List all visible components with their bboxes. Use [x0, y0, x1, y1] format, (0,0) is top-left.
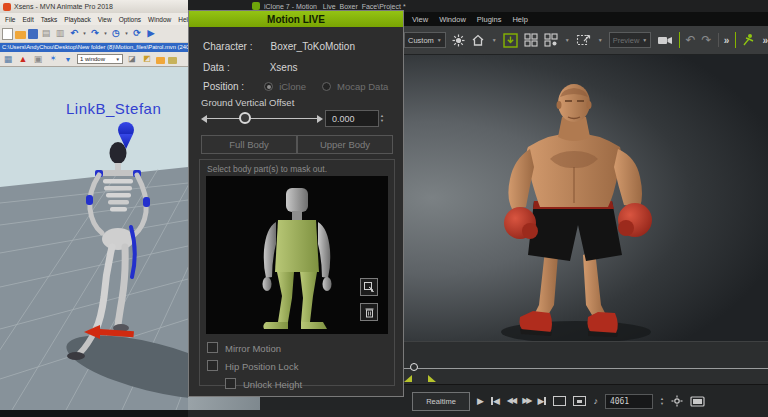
layout-panels-caret-icon[interactable]: ▼	[565, 37, 570, 43]
mask-delete-button[interactable]	[360, 303, 378, 321]
body-tabs: Full Body Upper Body	[201, 135, 393, 154]
iclone-menu-help[interactable]: Help	[512, 15, 527, 24]
mannequin-left-arm[interactable]	[264, 222, 276, 278]
redo-caret-icon[interactable]: ▾	[103, 28, 108, 40]
mannequin-right-arm[interactable]	[318, 222, 330, 278]
transform-tool-icon[interactable]	[576, 31, 591, 49]
camera-record-icon[interactable]	[657, 31, 673, 49]
camera-select-dropdown[interactable]: Custom ▼	[404, 32, 446, 48]
open-folder-icon[interactable]	[15, 31, 26, 39]
mask-select-button[interactable]	[360, 278, 378, 296]
mannequin-torso[interactable]	[275, 220, 319, 272]
save-icon[interactable]	[28, 29, 38, 39]
paste-icon[interactable]: ▥	[54, 28, 66, 40]
edit-gray-icon[interactable]: ◪	[126, 53, 138, 65]
slider-knob[interactable]	[239, 112, 251, 124]
step-forward-icon[interactable]: ▶	[145, 28, 157, 40]
ground-offset-input[interactable]: 0.000	[325, 110, 379, 127]
play-button[interactable]: ▶	[477, 397, 484, 406]
fast-backward-button[interactable]: ◀◀	[507, 397, 515, 405]
tab-upper-body[interactable]: Upper Body	[297, 135, 393, 154]
render-settings-icon[interactable]	[671, 392, 683, 410]
realtime-button[interactable]: Realtime	[412, 392, 470, 411]
export-folder-icon[interactable]	[156, 57, 165, 64]
mvn-menu-file[interactable]: File	[5, 16, 15, 23]
toolbar-overflow-icon[interactable]: »	[724, 35, 730, 46]
redo-icon[interactable]: ↷	[89, 28, 101, 40]
import-motion-icon[interactable]	[503, 31, 518, 49]
mvn-title-bar[interactable]: Xsens - MVN Animate Pro 2018	[0, 0, 188, 13]
slider-right-arrow-icon	[317, 115, 323, 123]
timeline-playhead[interactable]	[410, 363, 418, 371]
checkbox-unlock-height[interactable]	[225, 378, 236, 389]
grid-view-icon[interactable]: ▦	[2, 53, 14, 65]
filter-icon[interactable]: ▼	[62, 53, 74, 65]
frame-spinner[interactable]: ▲▼	[660, 397, 664, 406]
tab-full-body[interactable]: Full Body	[201, 135, 297, 154]
undo-caret-icon[interactable]: ▾	[82, 28, 87, 40]
scene-icon[interactable]: ▣	[32, 53, 44, 65]
undo-icon[interactable]: ↶	[685, 34, 695, 46]
mannequin-head[interactable]	[286, 188, 308, 212]
checkbox-mirror-motion[interactable]	[207, 342, 218, 353]
reprocess-icon[interactable]: ⟳	[131, 28, 143, 40]
layout-panels-icon[interactable]	[544, 31, 558, 49]
go-to-end-button[interactable]: ▶	[537, 397, 546, 406]
iclone-menu-plugins[interactable]: Plugins	[477, 15, 502, 24]
window-layout-select[interactable]: 1 window ▼	[77, 54, 123, 64]
new-file-icon[interactable]	[2, 28, 13, 40]
copy-icon[interactable]: ▤	[40, 28, 52, 40]
transform-tool-caret-icon[interactable]: ▼	[598, 37, 603, 43]
light-icon[interactable]	[452, 31, 465, 49]
fast-forward-button[interactable]: ▶▶	[522, 397, 530, 405]
checkbox-hip-position-lock[interactable]	[207, 360, 218, 371]
grid-panels-icon[interactable]	[524, 31, 538, 49]
mannequin-right-hand[interactable]	[323, 277, 332, 291]
mvn-menu-tasks[interactable]: Tasks	[41, 16, 58, 23]
redo-icon[interactable]: ↷	[702, 34, 712, 46]
timeline-out-marker[interactable]	[428, 375, 436, 382]
character-row: Character : Boxer_ToKoMotion	[203, 41, 355, 52]
mvn-viewport[interactable]	[0, 67, 188, 410]
ground-offset-slider[interactable]	[201, 111, 323, 127]
home-view-icon[interactable]	[471, 31, 485, 49]
mvn-menu-playback[interactable]: Playback	[64, 16, 90, 23]
export-video-icon[interactable]	[690, 392, 705, 410]
radio-mocap-data[interactable]	[322, 82, 331, 91]
timer-caret-icon[interactable]: ▾	[124, 28, 129, 40]
mvn-file-path[interactable]: C:\Users\AndyChou\Desktop\New folder (8)…	[0, 43, 188, 52]
mannequin-left-leg[interactable]	[277, 272, 294, 322]
mvn-menu-edit[interactable]: Edit	[22, 16, 33, 23]
iclone-menu-window[interactable]: Window	[439, 15, 466, 24]
mannequin-right-foot[interactable]	[301, 322, 327, 329]
mannequin-left-foot[interactable]	[263, 322, 288, 329]
mvn-menu-window[interactable]: Window	[148, 16, 171, 23]
iclone-menu-view[interactable]: View	[412, 15, 428, 24]
motion-live-header[interactable]: Motion LIVE	[189, 11, 403, 27]
preview-dropdown[interactable]: Preview ▼	[609, 32, 652, 48]
mannequin-left-hand[interactable]	[263, 277, 272, 291]
body-mask-area[interactable]	[206, 176, 388, 334]
ground-offset-spinner[interactable]: ▲▼	[380, 110, 384, 127]
timeline-in-marker[interactable]	[404, 375, 412, 382]
home-view-caret-icon[interactable]: ▼	[492, 37, 497, 43]
radio-iclone[interactable]	[264, 82, 273, 91]
go-to-start-button[interactable]: ◀	[491, 397, 500, 406]
motion-live-plugin-icon[interactable]	[741, 31, 756, 49]
audio-note-icon[interactable]: ♪	[593, 397, 598, 406]
frame-number-input[interactable]: 4061	[605, 394, 653, 409]
mannequin-right-leg[interactable]	[300, 272, 317, 322]
import-folder-icon[interactable]	[168, 57, 177, 64]
undo-icon[interactable]: ↶	[68, 28, 80, 40]
timeline-panel-button[interactable]	[573, 396, 586, 406]
character-icon[interactable]: ✶	[47, 53, 59, 65]
plugin-overflow-icon[interactable]: »	[762, 35, 768, 46]
edit-yellow-icon[interactable]: ◩	[141, 53, 153, 65]
mvn-menu-options[interactable]: Options	[119, 16, 141, 23]
loop-range-button[interactable]	[553, 396, 566, 406]
timer-icon[interactable]: ◷	[110, 28, 122, 40]
mvn-menu-view[interactable]: View	[98, 16, 112, 23]
slider-track[interactable]	[207, 118, 317, 119]
marker-icon[interactable]: ▲	[17, 53, 29, 65]
mannequin-neck[interactable]	[292, 211, 302, 220]
